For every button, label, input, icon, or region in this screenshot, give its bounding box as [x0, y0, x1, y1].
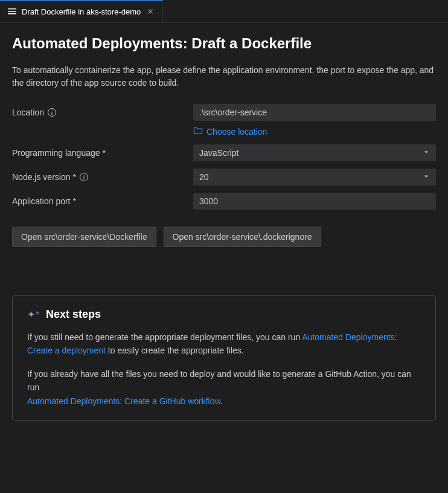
open-dockerignore-button[interactable]: Open src\order-service\.dockerignore	[164, 227, 321, 247]
svg-rect-1	[8, 11, 16, 12]
sparkle-icon: ✦⁺	[27, 309, 40, 320]
choose-location-link[interactable]: Choose location	[193, 126, 267, 137]
node-version-label: Node.js version * i	[12, 169, 193, 182]
svg-rect-2	[8, 13, 16, 14]
info-icon[interactable]: i	[80, 173, 88, 181]
next-steps-box: ✦⁺ Next steps If you still need to gener…	[12, 295, 436, 420]
next-steps-para2: If you already have all the files you ne…	[27, 367, 421, 408]
port-row: Application port *	[12, 193, 436, 210]
menu-icon	[7, 7, 17, 16]
page-title: Automated Deployments: Draft a Dockerfil…	[12, 35, 436, 52]
port-label: Application port *	[12, 193, 193, 206]
node-version-row: Node.js version * i 20	[12, 169, 436, 185]
location-row: Location i Choose location	[12, 104, 436, 137]
tab-active[interactable]: Draft Dockerfile in aks-store-demo	[0, 0, 163, 22]
language-label: Programming language *	[12, 144, 193, 158]
content-area: Automated Deployments: Draft a Dockerfil…	[0, 23, 448, 433]
next-steps-title: Next steps	[46, 308, 101, 321]
language-row: Programming language * JavaScript	[12, 144, 436, 161]
info-icon[interactable]: i	[48, 108, 56, 117]
location-label: Location i	[12, 104, 193, 117]
svg-rect-0	[8, 8, 16, 10]
location-input[interactable]	[193, 104, 436, 121]
tab-bar: Draft Dockerfile in aks-store-demo	[0, 0, 448, 23]
create-workflow-link[interactable]: Automated Deployments: Create a GitHub w…	[27, 396, 220, 406]
language-select[interactable]: JavaScript	[193, 144, 436, 161]
page-description: To automatically containerize the app, p…	[12, 64, 436, 89]
node-version-select[interactable]: 20	[193, 169, 436, 185]
port-input[interactable]	[193, 193, 436, 210]
open-dockerfile-button[interactable]: Open src\order-service\Dockerfile	[12, 227, 156, 247]
next-steps-header: ✦⁺ Next steps	[27, 308, 421, 321]
next-steps-para1: If you still need to generate the approp…	[27, 330, 421, 358]
button-row: Open src\order-service\Dockerfile Open s…	[12, 227, 436, 247]
tab-title: Draft Dockerfile in aks-store-demo	[22, 7, 141, 16]
close-icon[interactable]	[146, 7, 155, 16]
folder-icon	[193, 126, 203, 137]
